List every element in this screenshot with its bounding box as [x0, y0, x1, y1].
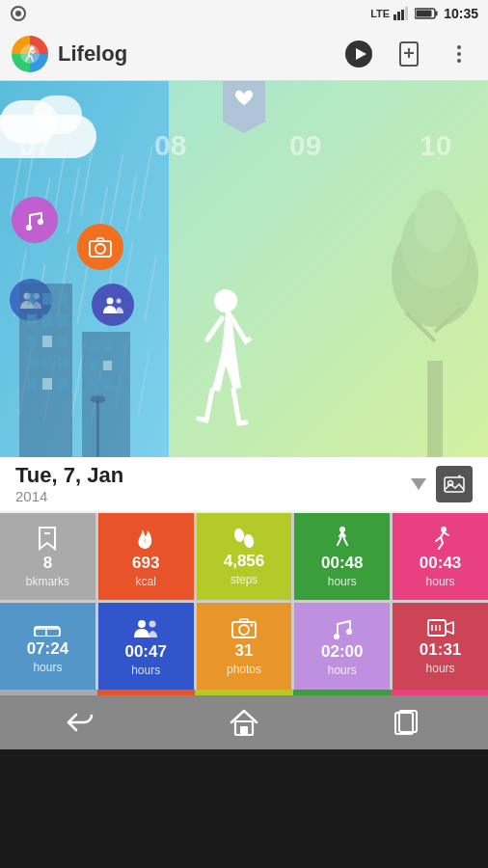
- svg-rect-53: [96, 399, 99, 457]
- hour-label-10: 10: [420, 129, 451, 162]
- svg-point-20: [38, 219, 43, 225]
- person-silhouette: [183, 284, 260, 438]
- svg-rect-32: [42, 314, 52, 326]
- svg-rect-4: [401, 10, 404, 20]
- hour-label-09: 09: [289, 129, 321, 162]
- svg-rect-30: [58, 293, 68, 305]
- progress-bar-row: [0, 690, 488, 695]
- hour-label-07: 07: [19, 129, 51, 162]
- sleep-stat-icon: [34, 619, 61, 637]
- back-button[interactable]: [57, 698, 105, 746]
- svg-point-54: [91, 395, 106, 403]
- stat-label-bookmark: bkmarks: [26, 575, 69, 588]
- status-left-icon: [10, 5, 27, 22]
- time-display: 10:35: [444, 6, 478, 21]
- stat-value-run: 00:43: [420, 555, 461, 571]
- svg-rect-45: [103, 341, 112, 351]
- svg-rect-7: [436, 12, 438, 16]
- heart-icon: [233, 89, 255, 108]
- svg-rect-50: [90, 380, 98, 390]
- svg-point-72: [239, 625, 249, 635]
- svg-rect-28: [27, 293, 37, 305]
- svg-rect-52: [117, 380, 125, 390]
- svg-point-63: [233, 528, 245, 543]
- stat-cell-run[interactable]: 00:43hours: [393, 513, 488, 600]
- svg-rect-37: [27, 357, 37, 368]
- recents-button[interactable]: [383, 698, 431, 746]
- social-stat-icon: [132, 616, 159, 639]
- svg-rect-60: [445, 477, 464, 492]
- svg-rect-8: [417, 11, 432, 17]
- date-bar: Tue, 7, Jan 2014: [0, 457, 488, 513]
- app-title: Lifelog: [58, 41, 341, 67]
- photo-gallery-button[interactable]: [436, 466, 473, 502]
- stat-cell-bookmark[interactable]: 8bkmarks: [0, 513, 95, 600]
- stat-cell-sleep[interactable]: 07:24hours: [0, 603, 95, 690]
- stat-cell-steps[interactable]: 4,856steps: [197, 513, 292, 600]
- svg-point-10: [30, 45, 35, 50]
- progress-fill-1: [0, 690, 97, 695]
- stat-label-sleep: hours: [33, 661, 62, 674]
- svg-rect-40: [27, 378, 37, 390]
- svg-rect-36: [58, 336, 68, 347]
- svg-rect-81: [240, 726, 248, 735]
- stat-cell-social[interactable]: 00:47hours: [98, 603, 194, 690]
- scroll-indicator: [411, 478, 426, 490]
- hour-label-08: 08: [154, 129, 186, 162]
- stat-cell-walk[interactable]: 00:48hours: [294, 513, 390, 600]
- svg-rect-2: [393, 14, 396, 20]
- svg-rect-34: [27, 336, 37, 347]
- stat-label-video: hours: [426, 662, 455, 675]
- svg-rect-31: [27, 314, 37, 326]
- svg-rect-41: [42, 378, 52, 390]
- more-menu-button[interactable]: [442, 37, 476, 71]
- svg-rect-27: [19, 284, 72, 457]
- svg-rect-83: [399, 711, 417, 732]
- music-stat-icon: [331, 616, 354, 639]
- svg-point-69: [138, 620, 146, 628]
- play-button[interactable]: [341, 37, 376, 71]
- svg-rect-5: [405, 7, 408, 20]
- svg-point-16: [457, 45, 461, 49]
- stat-label-camera: photos: [227, 663, 261, 676]
- stat-cell-camera[interactable]: 31photos: [197, 603, 292, 690]
- top-nav: Lifelog: [0, 27, 488, 81]
- fire-stat-icon: [135, 526, 156, 551]
- svg-rect-49: [117, 361, 125, 370]
- signal-icon: [393, 7, 411, 20]
- svg-point-70: [149, 620, 156, 627]
- svg-rect-35: [42, 336, 52, 347]
- home-button[interactable]: [220, 698, 268, 746]
- camera-stat-icon: [231, 617, 257, 638]
- stat-cell-video[interactable]: 01:31hours: [393, 603, 488, 690]
- stat-label-music: hours: [328, 664, 357, 677]
- progress-fill-3: [195, 690, 292, 695]
- stat-value-music: 02:00: [321, 643, 363, 660]
- stat-label-fire: kcal: [136, 575, 156, 588]
- stat-cell-music[interactable]: 02:00hours: [294, 603, 390, 690]
- bookmark-stat-icon: [36, 526, 59, 551]
- svg-point-18: [457, 59, 461, 63]
- stat-value-bookmark: 8: [43, 555, 52, 571]
- svg-point-59: [414, 190, 456, 252]
- status-bar: LTE 10:35: [0, 0, 488, 27]
- lte-indicator: LTE: [370, 8, 390, 19]
- bottom-nav: [0, 695, 488, 749]
- stat-cell-fire[interactable]: 693kcal: [98, 513, 194, 600]
- steps-stat-icon: [231, 528, 257, 549]
- svg-point-73: [250, 623, 253, 626]
- svg-rect-29: [42, 293, 52, 305]
- svg-point-75: [346, 629, 352, 635]
- bookmark-add-button[interactable]: [392, 37, 426, 71]
- svg-point-64: [243, 533, 255, 549]
- tree-silhouette: [387, 187, 483, 457]
- run-stat-icon: [429, 526, 452, 551]
- svg-point-1: [15, 11, 21, 16]
- stat-value-video: 01:31: [420, 641, 461, 658]
- timeline-area: 07 08 09 10: [0, 81, 488, 457]
- stat-value-steps: 4,856: [224, 553, 265, 569]
- progress-fill-5: [391, 690, 488, 695]
- svg-point-17: [457, 52, 461, 56]
- year-display: 2014: [15, 488, 123, 504]
- stat-label-run: hours: [426, 575, 455, 588]
